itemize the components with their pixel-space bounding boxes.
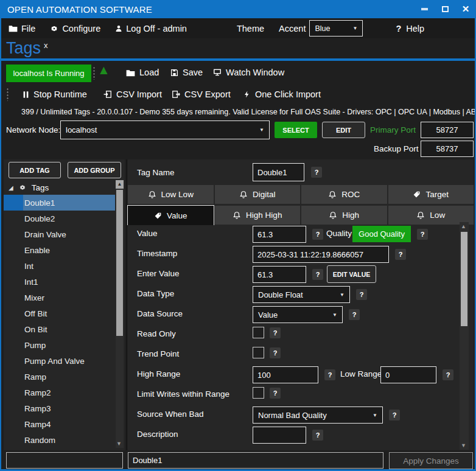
add-tag-button[interactable]: ADD TAG xyxy=(9,162,61,178)
help-button[interactable]: ? xyxy=(324,369,335,380)
help-button[interactable]: ? xyxy=(395,249,406,260)
runtime-status-button[interactable]: localhost Is Running xyxy=(6,65,91,82)
select-button[interactable]: SELECT xyxy=(275,122,317,138)
data-type-dropdown[interactable]: Double Float ▼ xyxy=(253,286,350,303)
primary-port-label: Primary Port xyxy=(370,125,416,134)
help-button[interactable]: ? xyxy=(356,289,367,300)
scrollbar-thumb[interactable] xyxy=(461,232,467,326)
help-button[interactable]: ? xyxy=(349,309,360,320)
tree-item-selected[interactable]: Double1 xyxy=(4,195,115,211)
network-node-value: localhost xyxy=(66,125,97,134)
tag-path-field[interactable] xyxy=(128,452,383,469)
source-when-bad-dropdown[interactable]: Normal Bad Quality ▼ xyxy=(253,406,383,424)
edit-button[interactable]: EDIT xyxy=(322,122,365,138)
help-button[interactable]: ? xyxy=(270,327,281,338)
form-scrollbar[interactable]: ▲ ▼ xyxy=(460,222,469,450)
scroll-up-icon[interactable]: ▲ xyxy=(461,223,466,229)
help-button[interactable]: ? xyxy=(417,229,428,240)
scrollbar-thumb[interactable] xyxy=(116,190,123,336)
tree-item[interactable]: Pump And Valve xyxy=(4,353,115,369)
menu-help[interactable]: ? Help xyxy=(388,18,432,38)
expander-icon[interactable]: ◢ xyxy=(9,184,13,191)
low-range-field[interactable] xyxy=(380,366,436,383)
help-button[interactable]: ? xyxy=(312,269,323,280)
tree-item[interactable]: Double2 xyxy=(4,211,115,226)
scroll-up-icon[interactable]: ▲ xyxy=(116,180,124,189)
tree-item[interactable]: Random xyxy=(4,432,115,448)
tree-item[interactable]: On Bit xyxy=(4,321,115,337)
close-button[interactable]: ✕ xyxy=(455,0,476,18)
tree-item[interactable]: Off Bit xyxy=(4,305,115,321)
menu-theme[interactable]: Theme xyxy=(229,18,271,38)
runtime-running-icon: ▲ xyxy=(97,63,110,77)
tab-high[interactable]: High xyxy=(301,205,388,225)
tree-item[interactable]: Int xyxy=(4,258,115,274)
timestamp-field[interactable] xyxy=(253,246,389,263)
help-button[interactable]: ? xyxy=(270,388,281,399)
csv-export-button[interactable]: CSV Export xyxy=(172,89,231,99)
tree-item[interactable]: Ramp2 xyxy=(4,385,115,400)
data-source-dropdown[interactable]: Value ▼ xyxy=(253,306,343,323)
network-node-dropdown[interactable]: localhost ▼ xyxy=(60,120,270,139)
primary-port-field[interactable] xyxy=(421,122,474,138)
tree-item[interactable]: Int1 xyxy=(4,274,115,290)
save-button[interactable]: Save xyxy=(170,68,203,77)
bell-icon xyxy=(329,211,337,220)
limit-writes-checkbox[interactable] xyxy=(253,387,264,399)
one-click-import-button[interactable]: One Click Import xyxy=(243,89,321,99)
help-button[interactable]: ? xyxy=(443,369,453,380)
tree-item[interactable]: Ramp xyxy=(4,369,115,385)
tag-name-field[interactable] xyxy=(253,163,304,181)
toolbar-grip[interactable] xyxy=(6,88,10,101)
add-group-button[interactable]: ADD GROUP xyxy=(68,162,121,178)
backup-port-field[interactable] xyxy=(421,141,474,157)
stop-runtime-button[interactable]: Stop Runtime xyxy=(23,89,87,99)
tag-editor-panel: Tag Name ? Low Low Digital ROC Target xyxy=(127,159,474,450)
accent-value: Blue xyxy=(315,24,330,33)
help-button[interactable]: ? xyxy=(389,410,400,420)
csv-import-button[interactable]: CSV Import xyxy=(103,89,162,99)
tab-close-icon[interactable]: x xyxy=(44,41,48,50)
tree-item[interactable]: Drain Valve xyxy=(4,226,115,242)
tree-scrollbar[interactable]: ▲ ▼ xyxy=(116,180,124,448)
tree-item[interactable]: Enable xyxy=(4,242,115,258)
edit-value-button[interactable]: EDIT VALUE xyxy=(327,265,376,283)
watch-window-button[interactable]: Watch Window xyxy=(213,68,284,77)
tree-item[interactable]: Mixer xyxy=(4,290,115,305)
csv-import-icon xyxy=(103,90,112,99)
tab-target[interactable]: Target xyxy=(388,184,475,204)
help-button[interactable]: ? xyxy=(311,167,322,178)
high-range-field[interactable] xyxy=(253,366,318,383)
menu-logoff[interactable]: Log Off - admin xyxy=(108,18,194,38)
help-button[interactable]: ? xyxy=(270,347,281,358)
load-button[interactable]: Load xyxy=(126,68,159,77)
value-field[interactable] xyxy=(253,226,306,243)
tab-tags[interactable]: Tags xyxy=(6,39,41,58)
tab-value[interactable]: Value xyxy=(127,205,214,225)
minimize-button[interactable] xyxy=(414,0,435,18)
enter-value-field[interactable] xyxy=(253,266,306,283)
accent-dropdown[interactable]: Blue ▼ xyxy=(309,20,363,37)
read-only-checkbox[interactable] xyxy=(253,327,264,338)
tree-item[interactable]: Pump xyxy=(4,337,115,353)
menu-configure[interactable]: Configure xyxy=(43,18,108,38)
tab-roc[interactable]: ROC xyxy=(301,184,388,204)
tab-high-high[interactable]: High High xyxy=(214,205,301,225)
trend-point-checkbox[interactable] xyxy=(253,347,264,358)
tab-digital[interactable]: Digital xyxy=(214,184,301,204)
maximize-button[interactable] xyxy=(435,0,455,18)
scroll-down-icon[interactable]: ▼ xyxy=(461,442,466,448)
apply-changes-button[interactable]: Apply Changes xyxy=(389,452,473,469)
tree-filter-field[interactable] xyxy=(6,452,123,469)
help-button[interactable]: ? xyxy=(312,229,323,240)
menu-file[interactable]: File xyxy=(1,18,43,38)
tree-item[interactable]: Ramp4 xyxy=(4,416,115,432)
description-field[interactable] xyxy=(253,427,306,444)
tree-root-tags[interactable]: ◢ Tags xyxy=(4,180,115,195)
source-when-bad-label: Source When Bad xyxy=(137,410,204,419)
tree-item[interactable]: Ramp3 xyxy=(4,400,115,416)
scroll-down-icon[interactable]: ▼ xyxy=(116,441,122,447)
help-button[interactable]: ? xyxy=(312,430,323,441)
tab-low-low[interactable]: Low Low xyxy=(127,184,214,204)
chevron-down-icon: ▼ xyxy=(332,312,337,318)
